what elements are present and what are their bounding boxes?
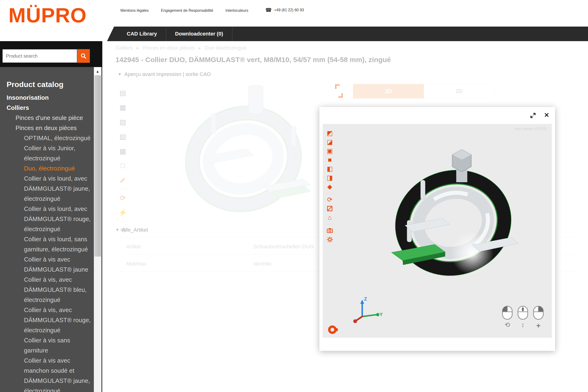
close-icon[interactable]: × (544, 111, 549, 119)
detail-label: Matériau (126, 261, 253, 267)
viewer-toolbar: ◩ ◪ ▣ ■ ◧ ◨ ◆ ⟳ ⌂ (324, 129, 336, 244)
catalog-item[interactable]: Colliers (0, 103, 92, 113)
screenshot-camera-icon[interactable] (324, 226, 336, 235)
caret-down-icon: ▼ (118, 72, 122, 76)
scrollbar-thumb[interactable] (94, 76, 101, 256)
catalog-item[interactable]: Collier à vis lourd, sans garniture, éle… (0, 234, 92, 254)
modal-header: × (320, 107, 555, 124)
top-nav-link[interactable]: Engagement de Responsabilité (161, 8, 213, 13)
catalog-item[interactable]: Collier à vis sans garniture (0, 335, 92, 356)
catalog-item[interactable]: Collier à vis, avec DÄMMGULAST® bleu, él… (0, 275, 92, 305)
mouse-hint-pan: + (533, 306, 544, 329)
grid-doc-icon[interactable]: ▩ (116, 144, 130, 158)
phone-contact[interactable]: ☎ +49 (61 22) 60 93 (265, 7, 304, 13)
top-nav-link[interactable]: Mentions légales (120, 8, 149, 13)
catalog-item[interactable]: Duo, électrozingué (0, 164, 92, 174)
view-cube-iso-icon[interactable]: ◆ (324, 182, 336, 191)
breadcrumb: ColliersPinces en deux piècesDuo électro… (116, 45, 246, 51)
rotate-icon: ⟲ (504, 322, 510, 328)
catalog-item[interactable]: Collier à vis avec DÄMMGULAST® jaune (0, 254, 92, 275)
search-button[interactable] (77, 49, 90, 63)
axis-z-label: Z (364, 296, 367, 302)
search-box (2, 49, 90, 63)
catalog-item[interactable]: Pinces d'une seule pièce (0, 113, 92, 123)
phone-number: +49 (61 22) 60 93 (274, 8, 304, 12)
mouse-wheel-icon (518, 306, 528, 320)
page-turn-icon[interactable]: ▧ (116, 114, 130, 129)
orange-orb-icon[interactable] (328, 325, 339, 335)
mouse-hint-legend: ⟲ ↕ (502, 306, 544, 329)
view-3d-button[interactable]: 3D (353, 84, 424, 98)
detail-label: Artikel (126, 244, 253, 250)
catalog-title: Product catalog (6, 80, 92, 89)
sidebar-scrollbar[interactable]: ▲ (94, 67, 101, 392)
section-plane-icon[interactable] (324, 204, 336, 213)
refresh-icon[interactable]: ⟳ (116, 190, 130, 205)
breadcrumb-item[interactable]: Colliers (116, 45, 143, 51)
view-cube-solid-icon[interactable]: ■ (324, 156, 336, 164)
catalog-item[interactable]: Collier à vis, avec DÄMMGULAST® rouge, é… (0, 305, 92, 335)
tab[interactable]: Downloadcenter (0) (166, 26, 232, 41)
table-icon[interactable]: ▦ (116, 100, 130, 114)
ghost-3d-preview (170, 81, 316, 232)
toolbar-separator (117, 189, 128, 189)
catalog-item[interactable]: Collier à vis lourd, avec DÄMMGULAST® ro… (0, 204, 92, 234)
toolbar-separator (325, 224, 334, 224)
view-cube-left-icon[interactable]: ◩ (324, 129, 336, 138)
phone-icon: ☎ (265, 7, 272, 13)
orbit-rotate-icon[interactable]: ⟳ (324, 195, 336, 204)
catalog-items: InsonorisationColliersPinces d'une seule… (0, 93, 92, 392)
caret-down-icon: ▼ (116, 228, 119, 232)
fullscreen-icon[interactable] (530, 112, 536, 120)
muepro-logo: MÜPRO (8, 3, 87, 27)
toolbar-separator (325, 193, 334, 193)
catalog-item[interactable]: Collier à vis avec manchon soudé et DÄMM… (0, 356, 92, 392)
top-nav: Mentions légalesEngagement de Responsabi… (120, 8, 248, 13)
axis-y-label: Y (380, 312, 383, 317)
mouse-hint-rotate: ⟲ (502, 306, 513, 329)
breadcrumb-item[interactable]: Duo électrozingué (205, 45, 246, 51)
sheet-icon[interactable]: ▨ (116, 129, 130, 144)
viewer-canvas[interactable]: web viewer v9.8.05 ◩ ◪ ▣ ■ ◧ ◨ ◆ ⟳ ⌂ (323, 124, 552, 338)
document-toolbar: ▤ ▦ ▧ ▨ ▩ □ ⟳ ⚡ ⟲ (116, 85, 130, 237)
search-strip (0, 41, 102, 67)
preview-toggle[interactable]: ▼ Aperçu avant impression | sortie CAO (118, 71, 211, 77)
viewer-watermark: web viewer v9.8.05 (514, 127, 546, 131)
view-cube-top-icon[interactable]: ◧ (324, 164, 336, 173)
mouse-right-button-icon (533, 306, 544, 320)
catalog-item[interactable]: Pinces en deux pièces (0, 123, 92, 133)
page-icon[interactable]: ▤ (116, 85, 130, 100)
mouse-hint-zoom: ↕ (518, 306, 528, 329)
catalog-item[interactable]: Collier à vis lourd, avec DÄMMGULAST® ja… (0, 174, 92, 204)
lightning-icon[interactable]: ⚡ (116, 205, 130, 220)
catalog-item[interactable]: Collier à vis Junior, électrozingué (0, 143, 92, 164)
catalog-item[interactable]: Insonorisation (0, 93, 92, 103)
view-2d-button[interactable]: 2D (424, 84, 495, 98)
breadcrumb-item[interactable]: Pinces en deux pièces (143, 45, 204, 51)
view-cube-front-icon[interactable]: ▣ (324, 146, 336, 156)
scrollbar-up-button[interactable]: ▲ (94, 67, 101, 76)
expand-preview-icon[interactable] (335, 84, 343, 99)
sidebar: Product catalog InsonorisationColliersPi… (0, 41, 102, 392)
home-view-icon[interactable]: ⌂ (324, 213, 336, 222)
pencil-icon[interactable] (116, 173, 130, 188)
tab-bar: CAD LibraryDownloadcenter (0) (107, 26, 588, 41)
catalog-item[interactable]: OPTIMAL, électrozingué (0, 133, 92, 143)
toolbar-separator (117, 221, 128, 221)
tab[interactable]: CAD Library (118, 26, 166, 41)
mouse-left-button-icon (502, 306, 513, 320)
page-title: 142945 - Collier DUO, DÄMMGULAST® vert, … (116, 56, 562, 64)
pan-icon: + (536, 322, 541, 329)
pipe-clamp-model[interactable] (383, 145, 524, 296)
settings-gear-icon[interactable] (324, 235, 336, 244)
search-icon (80, 53, 86, 59)
product-catalog: Product catalog InsonorisationColliersPi… (0, 67, 92, 392)
cad-viewer-modal: × web viewer v9.8.05 ◩ ◪ ▣ ■ ◧ ◨ ◆ ⟳ (320, 107, 555, 351)
axis-triad: Z Y (353, 295, 384, 326)
curve-doc-icon[interactable]: □ (116, 158, 130, 173)
view-cube-right-icon[interactable]: ◪ (324, 138, 336, 146)
search-input[interactable] (2, 49, 77, 63)
view-cube-bottom-icon[interactable]: ◨ (324, 173, 336, 182)
app-root: MÜPRO Mentions légalesEngagement de Resp… (0, 0, 588, 392)
top-nav-link[interactable]: Interlocuteurs (225, 8, 248, 13)
